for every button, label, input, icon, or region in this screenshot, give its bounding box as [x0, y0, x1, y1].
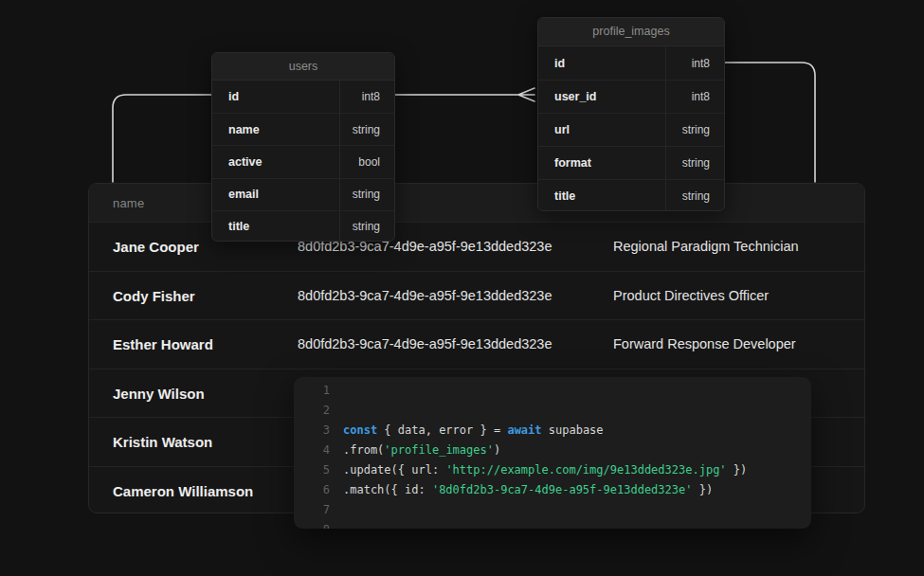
- code-token: { data, error } =: [377, 423, 507, 437]
- schema-table-profile-images[interactable]: profile_images id int8 user_id int8 url …: [537, 17, 725, 211]
- table-header-row: name: [89, 184, 864, 222]
- code-text: .match({ id: '8d0fd2b3-9ca7-4d9e-a95f-9e…: [343, 480, 713, 500]
- field-type: string: [339, 114, 394, 145]
- code-line: 8: [294, 520, 811, 529]
- cell-title: Regional Paradigm Technician: [613, 239, 799, 254]
- code-text: .from('profile_images'): [343, 441, 500, 460]
- code-token: await: [507, 423, 541, 437]
- table-row[interactable]: Jane Cooper 8d0fd2b3-9ca7-4d9e-a95f-9e13…: [89, 222, 864, 271]
- code-token: }): [692, 483, 713, 496]
- schema-field-row: id int8: [538, 46, 724, 80]
- code-text: .update({ url: 'http://example.com/img/9…: [343, 460, 747, 480]
- cell-title: Product Directives Officer: [613, 288, 769, 303]
- line-number: 3: [294, 421, 330, 441]
- code-text: const { data, error } = await supabase: [343, 421, 604, 441]
- schema-field-row: url string: [538, 113, 724, 146]
- field-name: name: [212, 123, 339, 136]
- table-row[interactable]: Cody Fisher 8d0fd2b3-9ca7-4d9e-a95f-9e13…: [89, 271, 864, 320]
- cell-name: Jenny Wilson: [113, 385, 205, 401]
- field-name: id: [212, 90, 339, 103]
- code-line: 4 .from('profile_images'): [294, 441, 811, 460]
- field-name: user_id: [538, 90, 665, 103]
- cell-uuid: 8d0fd2b3-9ca7-4d9e-a95f-9e13dded323e: [298, 336, 552, 351]
- field-name: url: [538, 123, 665, 136]
- line-number: 2: [294, 401, 330, 421]
- schema-field-row: email string: [212, 178, 394, 210]
- schema-table-users-title: users: [212, 53, 394, 81]
- code-token: ): [494, 443, 500, 457]
- relationship-line-profile-images-to-table: [725, 63, 815, 182]
- relationship-line-users-to-table: [113, 95, 211, 182]
- code-token: 'profile_images': [384, 443, 494, 457]
- cell-title: Forward Response Developer: [613, 336, 796, 351]
- canvas: name Jane Cooper 8d0fd2b3-9ca7-4d9e-a95f…: [0, 0, 924, 576]
- cell-name: Cody Fisher: [113, 287, 195, 303]
- schema-table-users[interactable]: users id int8 name string active bool em…: [211, 52, 395, 242]
- schema-table-profile-images-title: profile_images: [538, 18, 724, 46]
- code-token: 'http://example.com/img/9e13dded323e.jpg…: [445, 463, 726, 477]
- code-token: '8d0fd2b3-9ca7-4d9e-a95f-9e13dded323e': [432, 483, 693, 496]
- cell-name: Esther Howard: [113, 336, 213, 352]
- line-number: 1: [294, 381, 330, 401]
- code-line: 5 .update({ url: 'http://example.com/img…: [294, 460, 811, 480]
- code-lines: 1 2 3 const { data, error } = await supa…: [294, 381, 811, 529]
- schema-field-row: user_id int8: [538, 80, 724, 113]
- schema-field-row: active bool: [212, 145, 394, 177]
- line-number: 8: [294, 520, 330, 529]
- code-line: 3 const { data, error } = await supabase: [294, 421, 811, 441]
- column-header-name: name: [113, 196, 144, 210]
- code-line: 7: [294, 500, 811, 520]
- code-line: 6 .match({ id: '8d0fd2b3-9ca7-4d9e-a95f-…: [294, 480, 811, 500]
- code-token: }): [727, 463, 748, 477]
- field-name: email: [212, 188, 339, 201]
- field-type: bool: [339, 146, 394, 177]
- field-name: id: [538, 57, 665, 70]
- cell-name: Jane Cooper: [113, 239, 199, 255]
- code-line: 1: [294, 381, 811, 401]
- code-token: .update({ url:: [343, 463, 445, 477]
- field-type: int8: [665, 46, 724, 80]
- schema-table-profile-images-fields: id int8 user_id int8 url string format s…: [538, 46, 724, 211]
- cell-uuid: 8d0fd2b3-9ca7-4d9e-a95f-9e13dded323e: [298, 288, 552, 303]
- line-number: 5: [294, 460, 330, 480]
- table-row[interactable]: Esther Howard 8d0fd2b3-9ca7-4d9e-a95f-9e…: [89, 319, 864, 369]
- field-type: string: [339, 211, 394, 242]
- field-type: string: [665, 114, 724, 146]
- relationship-line-users-to-profile-images: [395, 88, 534, 101]
- schema-field-row: title string: [538, 179, 724, 211]
- schema-field-row: title string: [212, 210, 394, 242]
- schema-field-row: id int8: [212, 81, 394, 113]
- field-name: format: [538, 156, 665, 170]
- field-name: active: [212, 155, 339, 169]
- cell-name: Cameron Williamson: [113, 482, 253, 498]
- field-name: title: [212, 220, 339, 233]
- field-type: string: [665, 180, 724, 211]
- schema-field-row: format string: [538, 146, 724, 179]
- code-token: .match({ id:: [343, 483, 432, 496]
- line-number: 4: [294, 441, 330, 460]
- cell-name: Kristin Watson: [113, 434, 212, 450]
- line-number: 6: [294, 480, 330, 500]
- code-token: const: [343, 423, 377, 437]
- field-type: int8: [339, 81, 394, 113]
- code-line: 2: [294, 401, 811, 421]
- field-name: title: [538, 189, 665, 203]
- code-editor[interactable]: 1 2 3 const { data, error } = await supa…: [294, 377, 811, 529]
- field-type: string: [339, 179, 394, 210]
- field-type: int8: [665, 81, 724, 113]
- schema-table-users-fields: id int8 name string active bool email st…: [212, 81, 394, 242]
- field-type: string: [665, 147, 724, 179]
- code-token: supabase: [542, 423, 604, 437]
- code-token: .from(: [343, 443, 384, 457]
- schema-field-row: name string: [212, 113, 394, 145]
- line-number: 7: [294, 500, 330, 520]
